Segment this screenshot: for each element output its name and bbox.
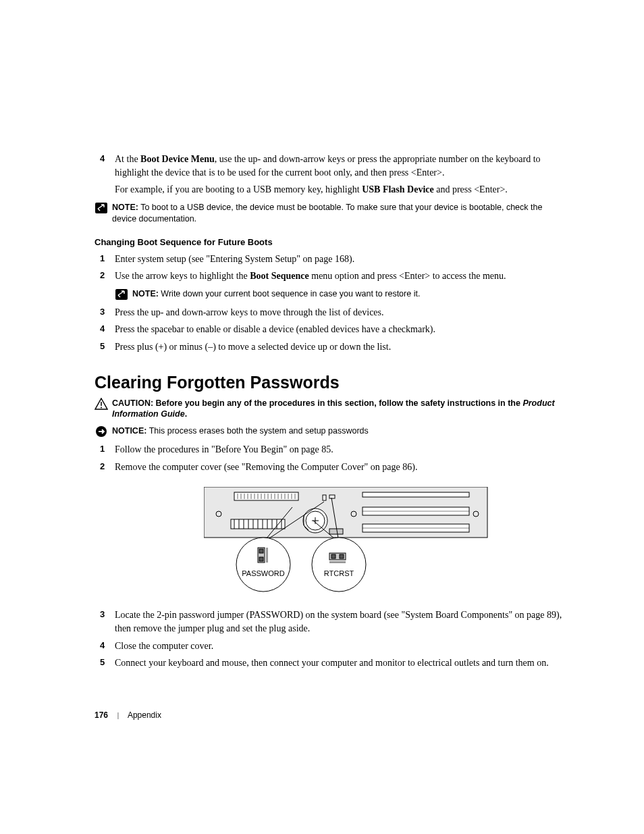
svg-point-56 — [236, 538, 290, 592]
note-text: NOTE: Write down your current boot seque… — [132, 288, 420, 300]
future-step-2: 2 Use the arrow keys to highlight the Bo… — [95, 269, 563, 301]
svg-rect-46 — [329, 529, 343, 534]
svg-rect-40 — [323, 495, 326, 500]
caution-safety: CAUTION: Before you begin any of the pro… — [95, 398, 563, 421]
svg-point-3 — [101, 407, 102, 408]
footer-separator: | — [117, 711, 119, 719]
note-icon — [95, 202, 108, 214]
step-4: 4 At the Boot Device Menu, use the up- a… — [95, 153, 563, 197]
caution-icon — [95, 398, 108, 410]
note-icon — [115, 288, 128, 301]
step-4-text: At the Boot Device Menu, use the up- and… — [115, 154, 541, 178]
notice-text: NOTICE: This process erases both the sys… — [112, 425, 369, 437]
svg-rect-60 — [266, 548, 268, 563]
note-write-sequence: NOTE: Write down your current boot seque… — [115, 288, 563, 301]
jumper-diagram: PASSWORD RTCRST — [135, 487, 563, 595]
notice-icon — [95, 425, 108, 438]
svg-rect-63 — [331, 554, 336, 558]
step-number: 4 — [100, 153, 105, 165]
page-number: 176 — [95, 710, 108, 720]
caution-text: CAUTION: Before you begin any of the pro… — [112, 398, 563, 421]
page-footer: 176 | Appendix — [95, 710, 563, 720]
svg-rect-41 — [329, 495, 335, 498]
svg-rect-58 — [259, 549, 263, 553]
svg-rect-47 — [363, 492, 469, 497]
note-usb-bootable: NOTE: To boot to a USB device, the devic… — [95, 202, 563, 225]
clear-step-2: 2 Remove the computer cover (see "Removi… — [95, 461, 563, 474]
callout-password: PASSWORD — [242, 569, 284, 577]
section-title-clearing-passwords: Clearing Forgotten Passwords — [95, 373, 563, 392]
svg-point-61 — [312, 538, 366, 592]
clear-step-1: 1 Follow the procedures in "Before You B… — [95, 443, 563, 457]
svg-rect-64 — [340, 554, 344, 558]
future-step-1: 1 Enter system setup (see "Entering Syst… — [95, 253, 563, 266]
footer-section: Appendix — [128, 710, 161, 720]
svg-rect-65 — [329, 561, 346, 563]
future-step-2-text: Use the arrow keys to highlight the Boot… — [115, 271, 506, 281]
future-step-4: 4 Press the spacebar to enable or disabl… — [95, 323, 563, 336]
future-step-3: 3 Press the up- and down-arrow keys to m… — [95, 306, 563, 319]
step-4-example: For example, if you are booting to a USB… — [115, 183, 563, 197]
svg-rect-9 — [234, 492, 298, 500]
callout-rtcrst: RTCRST — [324, 569, 354, 577]
clear-step-4: 4 Close the computer cover. — [95, 640, 563, 653]
subheading-future-boots: Changing Boot Sequence for Future Boots — [95, 237, 563, 247]
notice-erase-passwords: NOTICE: This process erases both the sys… — [95, 425, 563, 438]
clear-step-3: 3 Locate the 2-pin password jumper (PASS… — [95, 608, 563, 635]
clear-step-5: 5 Connect your keyboard and mouse, then … — [95, 656, 563, 670]
svg-rect-59 — [259, 557, 263, 561]
note-text: NOTE: To boot to a USB device, the devic… — [112, 202, 563, 225]
future-step-5: 5 Press plus (+) or minus (–) to move a … — [95, 340, 563, 354]
